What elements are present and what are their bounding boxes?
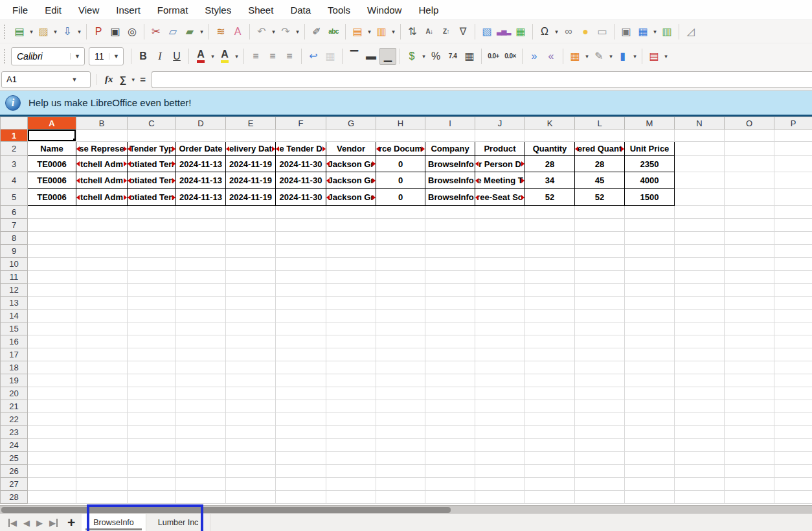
- cell-I12[interactable]: [425, 284, 475, 297]
- cell-H19[interactable]: [376, 374, 425, 387]
- cell-K17[interactable]: [525, 348, 575, 361]
- cell-L1[interactable]: [575, 130, 625, 142]
- sort-descending-button[interactable]: Z↑: [438, 23, 455, 40]
- first-sheet-button[interactable]: ◀: [8, 519, 17, 527]
- cell-K22[interactable]: [525, 413, 575, 426]
- cell-G6[interactable]: [326, 206, 376, 219]
- horizontal-scrollbar[interactable]: [0, 505, 812, 514]
- cell-A3[interactable]: TE0006: [28, 156, 76, 172]
- cell-M17[interactable]: [625, 348, 675, 361]
- cell-I6[interactable]: [425, 206, 475, 219]
- export-pdf-button[interactable]: P: [90, 23, 107, 40]
- cell-J4[interactable]: e Meeting T: [475, 172, 525, 189]
- cell-M1[interactable]: [625, 130, 675, 142]
- cell-D22[interactable]: [176, 413, 226, 426]
- cell-H8[interactable]: [376, 232, 425, 245]
- cell-O26[interactable]: [725, 465, 774, 478]
- cell-L19[interactable]: [575, 374, 625, 387]
- cell-O6[interactable]: [725, 206, 774, 219]
- cell-A24[interactable]: [28, 439, 76, 452]
- cell-D17[interactable]: [176, 348, 226, 361]
- function-wizard-icon[interactable]: fx: [105, 74, 113, 85]
- cell-L27[interactable]: [575, 478, 625, 491]
- freeze-rows-columns-dropdown[interactable]: ▾: [651, 28, 659, 35]
- align-center-button[interactable]: ≡: [264, 48, 281, 65]
- cell-L3[interactable]: 28: [575, 156, 625, 172]
- special-character-button[interactable]: Ω: [536, 23, 553, 40]
- cell-B25[interactable]: [76, 452, 128, 465]
- cell-I2[interactable]: Company: [425, 142, 475, 156]
- cell-B13[interactable]: [76, 297, 128, 310]
- cell-N27[interactable]: [675, 478, 725, 491]
- cell-H27[interactable]: [376, 478, 425, 491]
- cell-A1[interactable]: [28, 130, 76, 142]
- cell-I9[interactable]: [425, 245, 475, 258]
- cell-F1[interactable]: [276, 130, 326, 142]
- row-header-25[interactable]: 25: [1, 452, 28, 465]
- cell-H4[interactable]: 0: [376, 172, 425, 189]
- cell-P3[interactable]: [774, 156, 812, 172]
- menu-data[interactable]: Data: [282, 2, 319, 18]
- cell-J24[interactable]: [475, 439, 525, 452]
- cell-D14[interactable]: [176, 310, 226, 322]
- cell-B4[interactable]: tchell Adm: [76, 172, 128, 189]
- cell-I7[interactable]: [425, 219, 475, 232]
- cell-H23[interactable]: [376, 426, 425, 439]
- cell-A17[interactable]: [28, 348, 76, 361]
- cell-N18[interactable]: [675, 361, 725, 374]
- merge-cells-button[interactable]: ▦: [322, 48, 339, 65]
- cell-K16[interactable]: [525, 335, 575, 348]
- cell-B6[interactable]: [76, 206, 128, 219]
- cell-O7[interactable]: [725, 219, 774, 232]
- cell-P4[interactable]: [774, 172, 812, 189]
- cell-O23[interactable]: [725, 426, 774, 439]
- cell-B12[interactable]: [76, 284, 128, 297]
- cell-J26[interactable]: [475, 465, 525, 478]
- cell-P2[interactable]: [774, 142, 812, 156]
- cell-H10[interactable]: [376, 258, 425, 271]
- cut-button[interactable]: ✂: [148, 23, 164, 40]
- cell-K13[interactable]: [525, 297, 575, 310]
- column-header-O[interactable]: O: [725, 117, 774, 130]
- cell-I27[interactable]: [425, 478, 475, 491]
- cell-K1[interactable]: [525, 130, 575, 142]
- cell-P24[interactable]: [774, 439, 812, 452]
- cell-F25[interactable]: [276, 452, 326, 465]
- cell-M12[interactable]: [625, 284, 675, 297]
- cell-O2[interactable]: [725, 142, 774, 156]
- cell-O9[interactable]: [725, 245, 774, 258]
- cell-E28[interactable]: [226, 491, 276, 504]
- font-color-dropdown[interactable]: ▾: [209, 53, 216, 60]
- cell-H1[interactable]: [376, 130, 425, 142]
- cell-E18[interactable]: [226, 361, 276, 374]
- cell-F8[interactable]: [276, 232, 326, 245]
- cell-P25[interactable]: [774, 452, 812, 465]
- cell-O13[interactable]: [725, 297, 774, 310]
- cell-B1[interactable]: [76, 130, 128, 142]
- cell-N9[interactable]: [675, 245, 725, 258]
- cell-F13[interactable]: [276, 297, 326, 310]
- cell-J25[interactable]: [475, 452, 525, 465]
- column-header-C[interactable]: C: [128, 117, 176, 130]
- insert-columns-button[interactable]: ▥: [373, 23, 390, 40]
- cell-F17[interactable]: [276, 348, 326, 361]
- cell-K20[interactable]: [525, 387, 575, 400]
- cell-E15[interactable]: [226, 322, 276, 335]
- cell-O19[interactable]: [725, 374, 774, 387]
- cell-C3[interactable]: otiated Ten: [128, 156, 176, 172]
- paste-button[interactable]: ▰: [181, 23, 198, 40]
- cell-F15[interactable]: [276, 322, 326, 335]
- select-function-dropdown[interactable]: ▾: [130, 76, 137, 83]
- cell-D6[interactable]: [176, 206, 226, 219]
- cell-L12[interactable]: [575, 284, 625, 297]
- cell-D20[interactable]: [176, 387, 226, 400]
- cell-N25[interactable]: [675, 452, 725, 465]
- cell-P8[interactable]: [774, 232, 812, 245]
- cell-O11[interactable]: [725, 271, 774, 284]
- cell-O5[interactable]: [725, 189, 774, 206]
- cell-L7[interactable]: [575, 219, 625, 232]
- cell-E11[interactable]: [226, 271, 276, 284]
- cell-F18[interactable]: [276, 361, 326, 374]
- cell-L22[interactable]: [575, 413, 625, 426]
- cell-E6[interactable]: [226, 206, 276, 219]
